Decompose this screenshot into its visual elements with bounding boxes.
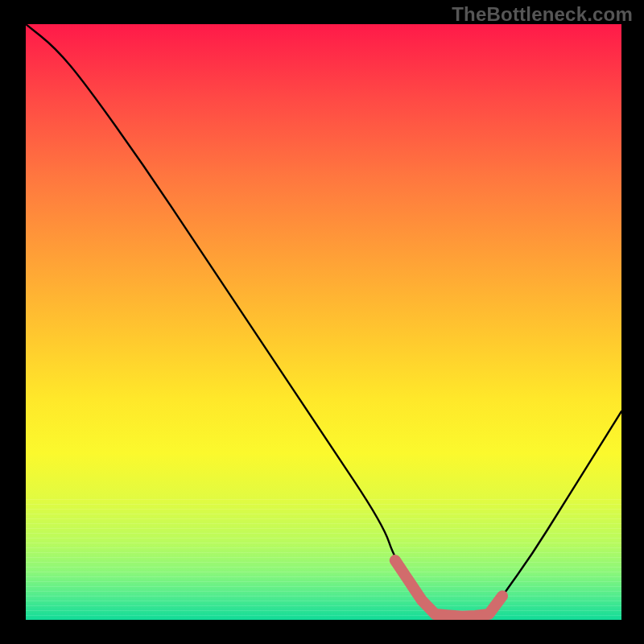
bottleneck-curve-line — [26, 24, 621, 616]
plot-area — [26, 24, 621, 620]
chart-frame: TheBottleneck.com — [0, 0, 644, 644]
watermark-label: TheBottleneck.com — [452, 3, 633, 26]
curve-svg — [26, 24, 621, 620]
flat-segment-highlight — [395, 560, 502, 617]
